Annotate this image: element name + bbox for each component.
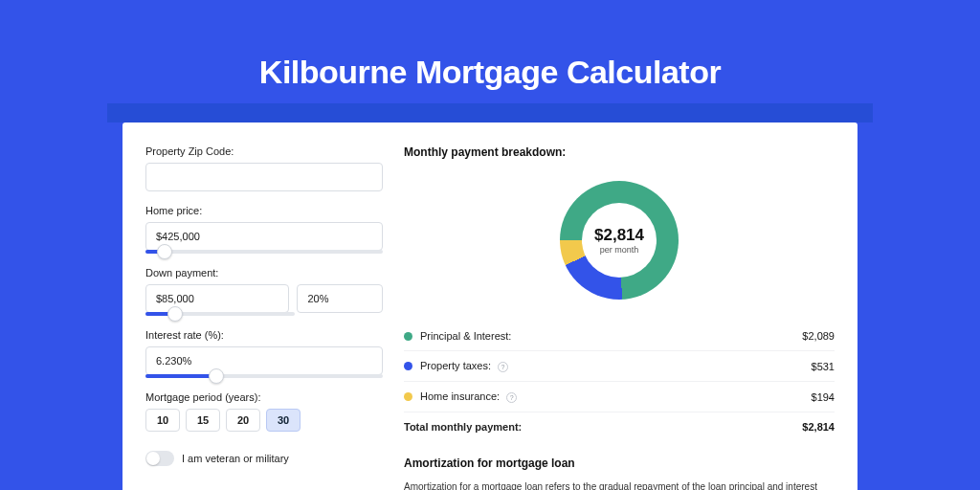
- price-slider[interactable]: [145, 250, 383, 254]
- period-buttons: 10152030: [145, 409, 383, 432]
- results-panel: Monthly payment breakdown: $2,814 per mo…: [404, 145, 835, 490]
- legend-dot: [404, 362, 412, 370]
- legend-value: $531: [812, 361, 835, 372]
- info-icon[interactable]: ?: [498, 362, 508, 372]
- price-label: Home price:: [145, 205, 383, 216]
- down-slider-thumb[interactable]: [167, 306, 183, 322]
- toggle-knob: [146, 452, 160, 465]
- legend-label: Property taxes: ?: [420, 360, 812, 372]
- period-option-30[interactable]: 30: [266, 409, 301, 432]
- legend-row-2: Home insurance: ?$194: [404, 382, 835, 412]
- donut-value: $2,814: [594, 226, 644, 245]
- legend-label: Home insurance: ?: [420, 390, 812, 403]
- rate-slider-thumb[interactable]: [209, 368, 224, 384]
- period-option-15[interactable]: 15: [186, 409, 220, 432]
- down-amount-input[interactable]: [145, 284, 289, 313]
- legend-label: Principal & Interest:: [420, 330, 802, 342]
- down-slider[interactable]: [145, 312, 295, 316]
- down-pct-input[interactable]: [297, 284, 383, 313]
- legend-row-0: Principal & Interest:$2,089: [404, 322, 835, 351]
- legend-row-total: Total monthly payment:$2,814: [404, 412, 835, 441]
- donut-center: $2,814 per month: [582, 203, 657, 278]
- amort-title: Amortization for mortgage loan: [404, 457, 835, 470]
- zip-input[interactable]: [145, 163, 383, 191]
- legend-row-1: Property taxes: ?$531: [404, 351, 835, 382]
- legend: Principal & Interest:$2,089Property taxe…: [404, 322, 835, 441]
- rate-label: Interest rate (%):: [145, 329, 383, 341]
- donut-chart: $2,814 per month: [404, 168, 835, 312]
- period-option-10[interactable]: 10: [145, 409, 180, 432]
- rate-input[interactable]: [145, 346, 383, 375]
- breakdown-title: Monthly payment breakdown:: [404, 145, 835, 159]
- veteran-label: I am veteran or military: [182, 453, 289, 464]
- legend-value: $2,089: [802, 330, 835, 342]
- price-input[interactable]: [145, 222, 383, 251]
- donut-sub: per month: [600, 245, 639, 255]
- donut-ring: $2,814 per month: [560, 181, 679, 300]
- period-option-20[interactable]: 20: [226, 409, 260, 432]
- info-icon[interactable]: ?: [506, 392, 517, 403]
- legend-value: $194: [812, 391, 835, 403]
- price-slider-thumb[interactable]: [157, 244, 172, 259]
- amortization-section: Amortization for mortgage loan Amortizat…: [404, 457, 835, 490]
- rate-slider-fill: [145, 374, 216, 378]
- rate-slider[interactable]: [145, 374, 383, 378]
- zip-label: Property Zip Code:: [145, 145, 383, 157]
- total-value: $2,814: [802, 421, 835, 433]
- period-label: Mortgage period (years):: [145, 391, 383, 403]
- decorative-stripe: [107, 103, 873, 122]
- amort-text: Amortization for a mortgage loan refers …: [404, 479, 835, 490]
- veteran-toggle[interactable]: [145, 451, 174, 466]
- legend-dot: [404, 392, 412, 401]
- form-panel: Property Zip Code: Home price: Down paym…: [145, 145, 383, 490]
- total-label: Total monthly payment:: [404, 421, 802, 433]
- calculator-card: Property Zip Code: Home price: Down paym…: [122, 122, 858, 490]
- page-title: Kilbourne Mortgage Calculator: [0, 0, 980, 91]
- legend-dot: [404, 332, 412, 341]
- down-label: Down payment:: [145, 267, 383, 278]
